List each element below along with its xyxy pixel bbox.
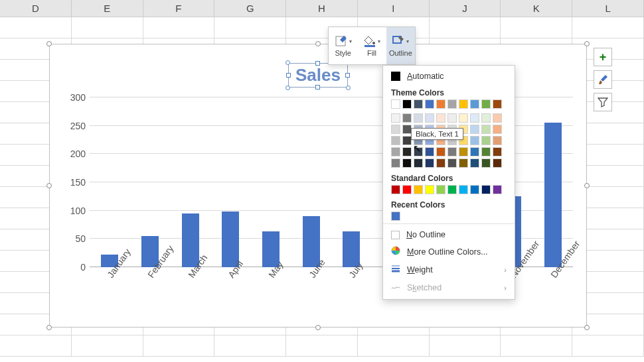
color-swatch[interactable] <box>391 99 400 109</box>
bar-december[interactable] <box>544 123 562 267</box>
outline-weight[interactable]: Weight › <box>383 261 515 278</box>
color-swatch[interactable] <box>493 158 502 168</box>
color-swatch[interactable] <box>402 136 412 145</box>
col-F[interactable]: F <box>143 0 215 17</box>
color-swatch[interactable] <box>493 185 502 194</box>
col-J[interactable]: J <box>430 0 501 17</box>
funnel-icon <box>598 97 608 107</box>
col-I[interactable]: I <box>358 0 430 17</box>
color-swatch[interactable] <box>447 158 457 168</box>
resize-handle[interactable] <box>584 41 590 46</box>
resize-handle[interactable] <box>46 183 52 188</box>
color-swatch[interactable] <box>481 99 491 109</box>
color-swatch[interactable] <box>470 136 479 145</box>
resize-handle[interactable] <box>46 325 52 330</box>
resize-handle[interactable] <box>315 41 321 46</box>
color-swatch[interactable] <box>402 125 412 134</box>
color-swatch[interactable] <box>391 113 400 123</box>
fill-button[interactable]: ▾ Fill <box>357 27 386 64</box>
color-swatch[interactable] <box>481 158 491 168</box>
color-swatch[interactable] <box>425 99 434 109</box>
resize-handle[interactable] <box>315 325 321 330</box>
no-outline[interactable]: No Outline <box>383 227 515 243</box>
color-swatch[interactable] <box>493 99 502 109</box>
more-outline-colors[interactable]: More Outline Colors... <box>383 243 515 261</box>
chart-filter-button[interactable] <box>594 93 612 111</box>
color-swatch[interactable] <box>481 147 491 156</box>
color-swatch[interactable] <box>425 158 434 168</box>
color-swatch[interactable] <box>402 99 412 109</box>
resize-handle[interactable] <box>584 325 590 330</box>
color-swatch[interactable] <box>459 147 468 156</box>
color-swatch[interactable] <box>436 99 445 109</box>
color-swatch[interactable] <box>391 211 400 221</box>
col-H[interactable]: H <box>286 0 358 17</box>
color-swatch[interactable] <box>459 99 468 109</box>
color-swatch[interactable] <box>493 147 502 156</box>
color-swatch[interactable] <box>447 185 457 194</box>
theme-tint-row <box>383 158 515 168</box>
color-swatch[interactable] <box>470 158 479 168</box>
color-swatch[interactable] <box>391 147 400 156</box>
resize-handle[interactable] <box>46 41 52 46</box>
resize-handle[interactable] <box>584 183 590 188</box>
color-swatch[interactable] <box>391 125 400 134</box>
color-swatch[interactable] <box>459 158 468 168</box>
recent-colors-heading: Recent Colors <box>383 196 515 211</box>
col-L[interactable]: L <box>572 0 644 17</box>
color-swatch[interactable] <box>402 147 412 156</box>
color-swatch[interactable] <box>447 99 457 109</box>
recent-colors-row <box>383 211 515 221</box>
color-swatch[interactable] <box>436 113 445 123</box>
theme-tint-row <box>383 113 515 123</box>
color-swatch[interactable] <box>391 136 400 145</box>
color-swatch[interactable] <box>470 113 479 123</box>
outline-sketched[interactable]: Sketched › <box>383 278 515 296</box>
color-swatch[interactable] <box>470 99 479 109</box>
color-swatch[interactable] <box>414 158 423 168</box>
color-swatch[interactable] <box>493 125 502 134</box>
color-swatch[interactable] <box>436 147 445 156</box>
color-swatch[interactable] <box>470 125 479 134</box>
chart-title[interactable]: Sales <box>288 63 348 88</box>
color-swatch[interactable] <box>425 113 434 123</box>
color-swatch[interactable] <box>402 158 412 168</box>
color-swatch[interactable] <box>436 185 445 194</box>
color-swatch[interactable] <box>459 113 468 123</box>
color-swatch[interactable] <box>481 113 491 123</box>
chart-elements-button[interactable]: + <box>594 48 612 66</box>
color-swatch[interactable] <box>425 185 434 194</box>
color-swatch[interactable] <box>391 158 400 168</box>
color-swatch[interactable] <box>447 147 457 156</box>
color-swatch[interactable] <box>481 136 491 145</box>
color-swatch[interactable] <box>414 147 423 156</box>
color-swatch[interactable] <box>459 185 468 194</box>
color-swatch[interactable] <box>402 185 412 194</box>
style-label: Style <box>335 49 351 57</box>
col-G[interactable]: G <box>214 0 286 17</box>
color-swatch[interactable] <box>414 185 423 194</box>
outline-automatic[interactable]: Automatic <box>383 68 515 84</box>
color-swatch[interactable] <box>425 147 434 156</box>
color-swatch[interactable] <box>391 185 400 194</box>
outline-label: Outline <box>389 49 412 57</box>
style-button[interactable]: ▾ Style <box>329 27 357 64</box>
color-swatch[interactable] <box>402 113 412 123</box>
chevron-right-icon: › <box>504 266 507 274</box>
color-swatch[interactable] <box>470 185 479 194</box>
color-swatch[interactable] <box>436 158 445 168</box>
color-swatch[interactable] <box>481 185 491 194</box>
color-swatch[interactable] <box>414 113 423 123</box>
outline-button[interactable]: ▾ Outline <box>386 27 415 64</box>
color-swatch[interactable] <box>447 113 457 123</box>
color-swatch[interactable] <box>493 136 502 145</box>
chart-styles-button[interactable] <box>594 70 612 89</box>
col-K[interactable]: K <box>501 0 572 17</box>
col-D[interactable]: D <box>0 0 72 17</box>
color-swatch[interactable] <box>493 113 502 123</box>
col-E[interactable]: E <box>72 0 143 17</box>
y-tick: 100 <box>70 206 86 216</box>
color-swatch[interactable] <box>481 125 491 134</box>
color-swatch[interactable] <box>470 147 479 156</box>
color-swatch[interactable] <box>414 99 423 109</box>
